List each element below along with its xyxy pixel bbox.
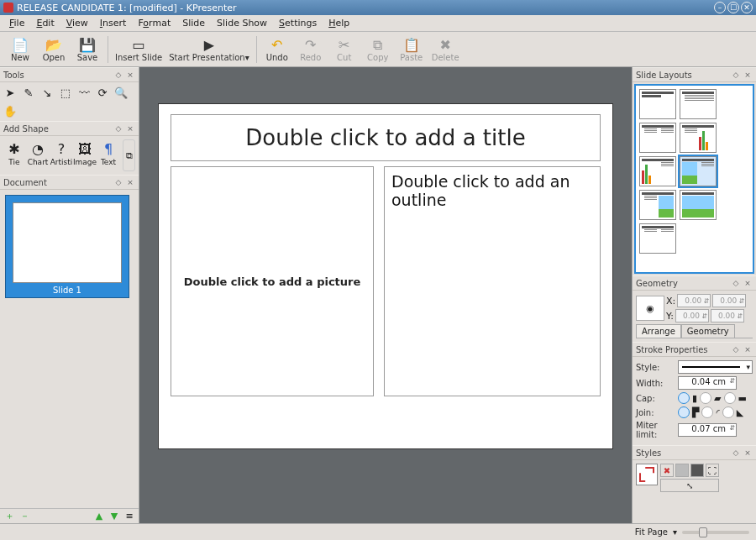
shape-artistic[interactable]: ?Artisti: [50, 139, 72, 171]
h-input[interactable]: 0.00: [711, 309, 744, 322]
remove-slide-button[interactable]: －: [18, 511, 30, 522]
move-down-button[interactable]: ▼: [108, 511, 120, 522]
title-placeholder[interactable]: Double click to add a title: [171, 114, 601, 161]
menu-view[interactable]: View: [60, 16, 94, 30]
styles-title: Styles: [636, 448, 661, 458]
panel-close-icon[interactable]: ×: [743, 344, 753, 354]
paste-icon: 📋: [403, 36, 420, 53]
miter-limit-input[interactable]: 0.07 cm: [678, 423, 737, 437]
rotate-tool-icon[interactable]: ⟳: [96, 86, 109, 99]
new-button[interactable]: 📄New: [3, 33, 37, 66]
canvas-area[interactable]: Double click to add a title Double click…: [139, 67, 632, 523]
outline-placeholder[interactable]: Double click to add an outline: [384, 166, 601, 396]
y-input[interactable]: 0.00: [675, 309, 709, 322]
layout-image[interactable]: [680, 190, 717, 220]
pointer-tool-icon[interactable]: ➤: [3, 86, 17, 99]
panel-detach-icon[interactable]: ◇: [731, 448, 741, 458]
menu-slideshow[interactable]: Slide Show: [211, 16, 273, 30]
layout-chart-text[interactable]: [639, 156, 676, 186]
panel-detach-icon[interactable]: ◇: [113, 123, 123, 134]
cap-butt[interactable]: [678, 392, 690, 404]
style-fill-gray[interactable]: [675, 464, 689, 477]
connector-tool-icon[interactable]: ↘: [40, 86, 54, 99]
shape-more-button[interactable]: ⧉: [123, 139, 135, 171]
add-slide-button[interactable]: ＋: [3, 511, 15, 522]
x-input[interactable]: 0.00: [677, 294, 711, 307]
layout-2outline[interactable]: [639, 223, 676, 254]
panel-detach-icon[interactable]: ◇: [113, 177, 123, 187]
panel-close-icon[interactable]: ×: [743, 448, 753, 458]
panel-detach-icon[interactable]: ◇: [731, 278, 741, 288]
menu-help[interactable]: Help: [323, 16, 355, 30]
style-delete-icon[interactable]: ✖: [660, 464, 674, 477]
document-panel-header: Document ◇ ×: [0, 175, 139, 190]
join-bevel[interactable]: [722, 406, 734, 418]
cap-round[interactable]: [700, 392, 711, 404]
start-presentation-button[interactable]: ▶Start Presentation▾: [165, 33, 252, 66]
pan-tool-icon[interactable]: ✋: [3, 104, 17, 118]
zoom-dropdown-icon[interactable]: ▾: [673, 527, 677, 537]
close-button[interactable]: ✕: [741, 2, 753, 13]
layout-text-chart[interactable]: [680, 123, 717, 153]
tab-arrange[interactable]: Arrange: [636, 324, 681, 338]
text-tool-icon[interactable]: ✎: [22, 86, 35, 99]
w-input[interactable]: 0.00: [712, 294, 746, 307]
layout-2col[interactable]: [639, 123, 676, 153]
menu-file[interactable]: File: [3, 16, 30, 30]
styles-header: Styles ◇ ×: [633, 445, 756, 460]
insert-slide-button[interactable]: ▭Insert Slide: [112, 33, 165, 66]
maximize-button[interactable]: ☐: [727, 2, 739, 13]
zoom-slider[interactable]: [682, 531, 749, 534]
panel-detach-icon[interactable]: ◇: [731, 70, 741, 80]
cap-butt-icon: ▮: [692, 393, 697, 404]
calligraphy-tool-icon[interactable]: 〰: [77, 86, 91, 99]
join-round[interactable]: [701, 406, 713, 418]
panel-detach-icon[interactable]: ◇: [731, 344, 741, 354]
minimize-button[interactable]: –: [714, 2, 726, 13]
layout-title[interactable]: [639, 89, 676, 119]
redo-button: ↷Redo: [294, 33, 328, 66]
shape-tool-icon[interactable]: ⬚: [59, 86, 72, 99]
slide-thumbnail-1[interactable]: Slide 1: [5, 195, 129, 298]
undo-button[interactable]: ↶Undo: [260, 33, 294, 66]
tab-geometry[interactable]: Geometry: [681, 324, 735, 338]
style-fill-dark[interactable]: [690, 464, 704, 477]
style-resize-icon[interactable]: ⤡: [660, 479, 719, 492]
shape-text[interactable]: ¶Text: [97, 139, 119, 171]
move-up-button[interactable]: ▲: [93, 511, 105, 522]
cap-square-icon: ▬: [738, 393, 747, 404]
document-panel: Slide 1: [0, 190, 139, 508]
stroke-width-input[interactable]: 0.04 cm: [678, 376, 737, 390]
anchor-preview[interactable]: ◉: [636, 296, 664, 321]
stroke-style-select[interactable]: [678, 360, 753, 374]
menu-slide[interactable]: Slide: [176, 16, 211, 30]
open-button[interactable]: 📂Open: [37, 33, 71, 66]
shape-tie[interactable]: ✱Tie: [3, 139, 25, 171]
slide-menu-button[interactable]: ≡: [123, 511, 135, 522]
shape-image[interactable]: 🖼Image: [74, 139, 96, 171]
menu-format[interactable]: Format: [132, 16, 176, 30]
layout-text-image[interactable]: [639, 190, 676, 220]
menu-settings[interactable]: Settings: [273, 16, 323, 30]
layout-image-text[interactable]: [680, 156, 717, 186]
panel-close-icon[interactable]: ×: [743, 278, 753, 288]
save-button[interactable]: 💾Save: [71, 33, 104, 66]
zoom-tool-icon[interactable]: 🔍: [114, 86, 128, 99]
panel-close-icon[interactable]: ×: [125, 123, 135, 134]
style-default[interactable]: [636, 464, 658, 485]
document-panel-title: Document: [3, 178, 47, 187]
cap-square[interactable]: [724, 392, 736, 404]
join-miter[interactable]: [678, 406, 690, 418]
panel-close-icon[interactable]: ×: [125, 177, 135, 187]
layout-outline[interactable]: [680, 89, 717, 119]
panel-detach-icon[interactable]: ◇: [113, 70, 123, 80]
style-expand-icon[interactable]: ⛶: [706, 464, 719, 477]
menu-edit[interactable]: Edit: [30, 16, 60, 30]
tools-panel-title: Tools: [3, 71, 24, 80]
image-icon: 🖼: [76, 139, 94, 158]
shape-chart[interactable]: ◔Chart: [27, 139, 49, 171]
picture-placeholder[interactable]: Double click to add a picture: [171, 166, 374, 396]
menu-insert[interactable]: Insert: [94, 16, 133, 30]
panel-close-icon[interactable]: ×: [125, 70, 135, 80]
panel-close-icon[interactable]: ×: [743, 70, 753, 80]
